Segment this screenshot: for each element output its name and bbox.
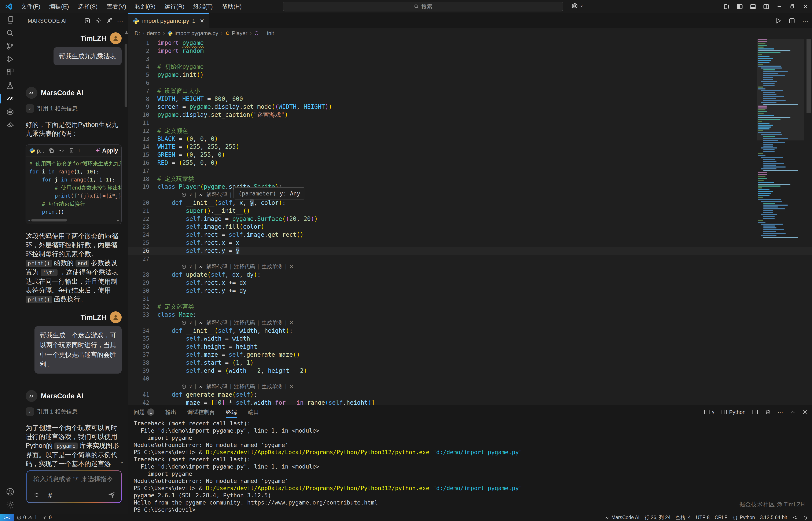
marscode-quick-action-icon[interactable] [181,192,187,198]
terminal-output[interactable]: Traceback (most recent call last): File … [134,420,807,512]
chevron-down-icon[interactable]: ∨ [189,383,192,391]
code-line[interactable]: 12# 定义颜色 [128,127,812,135]
chevron-down-icon[interactable]: ∨ [189,319,192,327]
code-line[interactable]: 38 self.start = (1, 1) [128,359,812,367]
ports-status[interactable]: 0 [40,514,54,521]
code-line[interactable]: 5pygame.init() [128,71,812,79]
code-line[interactable]: 41 def generate_maze(self): [128,391,812,399]
codelens-action[interactable]: 解释代码 [206,383,227,391]
ai-robot-icon[interactable] [0,105,20,118]
global-search-box[interactable]: 搜索 [283,2,563,12]
code-line[interactable]: 3 [128,55,812,63]
run-debug-icon[interactable] [0,53,20,66]
code-line[interactable]: 11 [128,119,812,127]
codelens-row[interactable]: ∨|解释代码|注释代码|生成单测|✕ [128,319,812,327]
codelens-action[interactable]: 注释代码 [234,319,255,327]
panel-tab-调试控制台[interactable]: 调试控制台 [187,405,215,419]
code-line[interactable]: 29 self.rect.x += dx [128,279,812,287]
code-line[interactable]: 34 def __init__(self, width, height): [128,327,812,335]
menu-item[interactable]: 终端(T) [189,0,217,13]
customize-layout-icon[interactable] [720,0,733,13]
menu-item[interactable]: 帮助(H) [217,0,246,13]
code-line[interactable]: 30 self.rect.y += dy [128,287,812,295]
menu-item[interactable]: 转到(G) [131,0,160,13]
code-line[interactable]: 31 [128,295,812,303]
code-line[interactable]: 1import pygame [128,39,812,47]
code-line[interactable]: 20 def __init__(self, x, y, color): [128,199,812,207]
code-line[interactable]: 2import random [128,47,812,55]
scroll-down-icon[interactable]: ⌄ [119,457,124,465]
marscode-quick-action-icon[interactable] [181,384,187,389]
codelens-action[interactable]: 生成单测 [261,319,283,327]
codelens-action[interactable]: 注释代码 [234,263,255,271]
code-line[interactable]: 14WHITE = (255, 255, 255) [128,143,812,151]
tab-import-pygame[interactable]: import pygame.py 1 ✕ [128,13,209,28]
code-line[interactable]: 25 self.rect.x = x [128,239,812,247]
code-line[interactable]: 35 self.width = width [128,335,812,343]
codelens-dismiss-icon[interactable]: ✕ [289,319,294,327]
new-file-icon[interactable] [69,148,75,154]
share-icon[interactable] [104,15,115,26]
marscode-icon[interactable] [0,92,20,105]
code-line[interactable]: 32# 定义迷宫类 [128,303,812,311]
run-python-icon[interactable] [775,17,782,24]
terminal-instance-button[interactable]: Python [721,409,746,415]
settings-gear-icon[interactable] [0,498,20,512]
account-icon[interactable] [0,485,20,498]
breadcrumb-item[interactable]: demo [147,30,161,37]
commands-icon[interactable] [33,492,40,499]
apply-button[interactable]: Apply [95,148,118,154]
code-line[interactable]: 21 super().__init__() [128,207,812,215]
code-line[interactable]: 18# 定义玩家类 [128,175,812,183]
codelens-row[interactable]: ∨|解释代码|注释代码|生成单测|✕ [128,191,812,199]
codelens-action[interactable]: 生成单测 [261,263,283,271]
codelens-action[interactable]: 解释代码 [206,319,227,327]
codelens-row[interactable]: ∨|解释代码|注释代码|生成单测|✕ [128,383,812,391]
code-line[interactable]: 39 self.end = (width - 2, height - 2) [128,367,812,375]
breadcrumb-item[interactable]: Player [225,30,248,37]
code-line[interactable]: 7# 设置窗口大小 [128,87,812,95]
remote-indicator[interactable]: >< [0,514,14,521]
code-line[interactable]: 28 def update(self, dx, dy): [128,271,812,279]
panel-tab-问题[interactable]: 问题1 [134,405,155,419]
panel-tab-终端[interactable]: 终端 [226,405,237,419]
scroll-left-icon[interactable]: ◂ [28,218,30,222]
copy-icon[interactable] [48,148,54,154]
menu-item[interactable]: 查看(V) [102,0,131,13]
search-icon[interactable] [0,26,20,40]
chat-input[interactable] [33,474,115,488]
send-icon[interactable] [108,491,116,499]
codelens-row[interactable]: ∨|解释代码|注释代码|生成单测|✕ [128,263,812,271]
menu-item[interactable]: 编辑(E) [45,0,73,13]
status-item-Python[interactable]: {}Python [730,514,758,521]
split-terminal-icon[interactable] [752,409,758,415]
toggle-sidebar-icon[interactable] [733,0,746,13]
close-panel-icon[interactable] [802,409,808,415]
menu-item[interactable]: 运行(R) [160,0,189,13]
marscode-quick-action-icon[interactable] [181,320,187,325]
panel-tab-端口[interactable]: 端口 [248,405,259,419]
more-icon[interactable]: ⋯ [777,409,783,416]
breadcrumb-item[interactable]: import pygame.py [167,30,218,37]
status-item-MarsCode AI[interactable]: MarsCode AI [602,514,642,521]
status-item-UTF-8[interactable]: UTF-8 [693,514,712,521]
code-line[interactable]: 15GREEN = (0, 255, 0) [128,151,812,159]
explorer-icon[interactable] [0,13,20,26]
toggle-panel-icon[interactable] [746,0,760,13]
reference-row-1[interactable]: › 引用 1 相关信息 [26,104,122,113]
breadcrumb-item[interactable]: __init__ [254,30,280,37]
code-horizontal-scrollbar[interactable]: ◂ ▸ [28,219,119,222]
scroll-right-icon[interactable]: ▸ [117,218,119,222]
code-line[interactable]: 19class Player(pygame.sprite.Sprite): [128,183,812,191]
code-line[interactable]: 27 [128,255,812,263]
code-line[interactable]: 17 [128,167,812,175]
code-line[interactable]: 26 self.rect.y = y [128,247,812,255]
code-line[interactable]: 37 self.maze = self.generate_maze() [128,351,812,359]
insert-icon[interactable] [59,148,65,154]
codelens-action[interactable]: 解释代码 [206,191,227,199]
restore-icon[interactable] [786,0,799,13]
status-item[interactable] [800,514,810,521]
tab-close-icon[interactable]: ✕ [200,18,204,24]
chat-scrollbar[interactable]: ▲ [124,29,127,468]
status-item-行 26, 列 24[interactable]: 行 26, 列 24 [642,514,673,521]
